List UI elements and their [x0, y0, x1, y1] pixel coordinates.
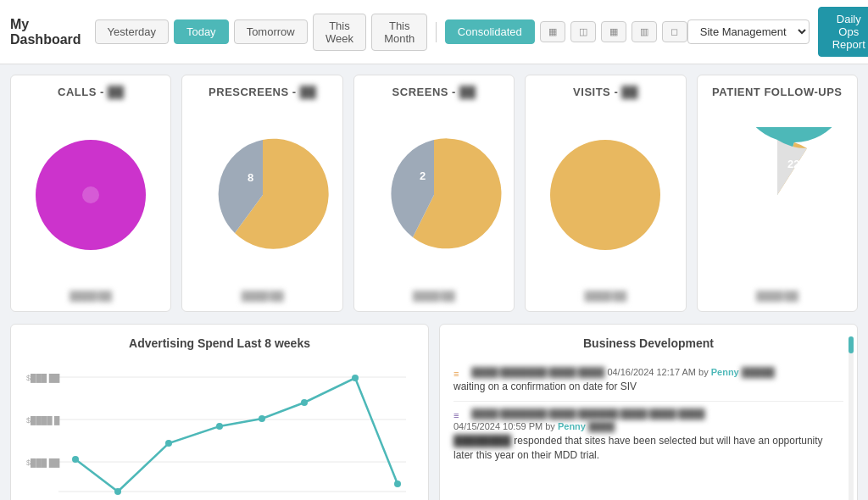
scrollbar[interactable]: [849, 336, 854, 500]
svg-point-20: [394, 481, 401, 487]
patient-followups-chart: 22: [708, 105, 847, 284]
svg-point-19: [352, 375, 359, 381]
daily-ops-button[interactable]: Daily Ops Report: [818, 7, 868, 57]
site-select[interactable]: Site Management: [687, 19, 810, 44]
calls-legend: ████ ██: [70, 291, 112, 301]
svg-point-17: [259, 415, 265, 422]
svg-text:$███ ██: $███ ██: [26, 373, 60, 383]
bd-item-1-user-suffix: █████: [742, 367, 775, 377]
icon-button-3[interactable]: ▦: [601, 21, 626, 42]
prescreens-card-title: PRESCREENS - ██: [209, 86, 316, 98]
advertising-panel: Advertising Spend Last 8 weeks $███ ██ $…: [10, 324, 429, 500]
bd-item-2-user: Penny: [558, 421, 586, 431]
bd-item-1-blurred-header: ████ ███████ ████ ████: [471, 367, 604, 377]
screens-card: SCREENS - ██ 2 ████ ██: [353, 75, 515, 312]
top-bar-left: My Dashboard Yesterday Today Tomorrow Th…: [10, 14, 687, 51]
svg-point-16: [216, 423, 223, 430]
screens-legend: ████ ██: [413, 291, 455, 301]
scroll-track: [849, 336, 854, 500]
svg-text:22: 22: [787, 158, 799, 170]
bd-item-1-user: Penny: [711, 367, 739, 377]
patient-followups-card: Patient Follow-ups 22 ████ ██: [697, 75, 858, 312]
screens-count-blurred: ██: [459, 86, 476, 98]
page-title: My Dashboard: [10, 17, 81, 47]
bd-item-2-blurred-header: ████ ███████ ████ ██████ ████ ████ ████: [471, 408, 705, 419]
today-button[interactable]: Today: [174, 19, 229, 44]
icon-button-1[interactable]: ▦: [540, 21, 565, 42]
icon-button-2[interactable]: ◫: [570, 21, 596, 42]
patient-followups-title: Patient Follow-ups: [712, 86, 842, 98]
visits-card: VISITS - ██ ████ ██: [525, 75, 686, 312]
patient-followups-legend: ████ ██: [756, 291, 798, 301]
screens-chart: 2: [364, 105, 504, 284]
visits-count-blurred: ██: [621, 86, 637, 98]
bd-item-2-meta: ≡ ████ ███████ ████ ██████ ████ ████ ███…: [453, 408, 832, 419]
bd-item-1-date: 04/16/2024 12:17 AM by: [607, 367, 710, 377]
calls-card-title: CALLS - ██: [58, 86, 124, 98]
svg-point-13: [72, 456, 79, 463]
bd-item-1-text: waiting on a confirmation on date for SI…: [453, 380, 832, 394]
prescreens-legend: ████ ██: [242, 291, 284, 301]
visits-chart: [536, 105, 675, 284]
calls-count-blurred: ██: [108, 86, 124, 98]
line-chart: $███ ██ $████ █ $███ ██: [25, 360, 415, 500]
calls-chart: [21, 105, 160, 284]
prescreens-chart: 8: [192, 105, 331, 284]
bd-icon-orange-1: ≡: [453, 369, 465, 377]
bd-item-1-meta: ≡ ████ ███████ ████ ████ 04/16/2024 12:1…: [453, 367, 832, 377]
svg-text:$████ █: $████ █: [26, 415, 60, 425]
advertising-title: Advertising Spend Last 8 weeks: [25, 336, 415, 350]
scroll-thumb[interactable]: [849, 336, 854, 353]
visits-card-title: VISITS - ██: [573, 86, 638, 98]
bd-icon-purple-2: ≡: [453, 410, 465, 419]
icon-button-4[interactable]: ▥: [632, 21, 657, 42]
bd-item-2-user-suffix: ████: [588, 421, 615, 431]
this-month-button[interactable]: This Month: [371, 14, 427, 51]
this-week-button[interactable]: This Week: [313, 14, 366, 51]
top-right: Site Management Daily Ops Report: [687, 7, 868, 57]
yesterday-button[interactable]: Yesterday: [95, 19, 169, 44]
svg-point-1: [82, 186, 99, 203]
cards-row: CALLS - ██ ████ ██ PRESCREENS - ██: [10, 75, 858, 312]
svg-point-18: [301, 399, 308, 406]
visits-legend: ████ ██: [585, 291, 627, 301]
bd-item-2: ≡ ████ ███████ ████ ██████ ████ ████ ███…: [453, 402, 843, 469]
bd-item-2-date: 04/15/2024 10:59 PM by: [453, 421, 558, 431]
bottom-row: Advertising Spend Last 8 weeks $███ ██ $…: [10, 324, 858, 500]
prescreens-count-blurred: ██: [300, 86, 316, 98]
bd-item-2-date-line: 04/15/2024 10:59 PM by Penny ████: [453, 421, 832, 431]
toolbar-divider: [436, 22, 437, 42]
svg-text:8: 8: [248, 171, 253, 184]
main-content: CALLS - ██ ████ ██ PRESCREENS - ██: [0, 64, 868, 500]
calls-card: CALLS - ██ ████ ██: [10, 75, 171, 312]
icon-button-5[interactable]: ◻: [662, 21, 687, 42]
svg-text:$███ ██: $███ ██: [26, 458, 60, 468]
top-bar: My Dashboard Yesterday Today Tomorrow Th…: [0, 0, 868, 64]
consolidated-button[interactable]: Consolidated: [445, 19, 535, 44]
bd-item-2-site: ████████: [453, 434, 511, 448]
bd-item-2-text: ████████ responded that sites have been …: [453, 434, 832, 463]
screens-card-title: SCREENS - ██: [392, 86, 476, 98]
prescreens-card: PRESCREENS - ██ 8 ████ ██: [181, 75, 342, 312]
svg-point-15: [165, 440, 172, 447]
svg-point-14: [114, 488, 121, 495]
svg-point-4: [550, 140, 660, 250]
tomorrow-button[interactable]: Tomorrow: [234, 19, 308, 44]
business-development-panel: Business Development ≡ ████ ███████ ████…: [439, 324, 858, 500]
bd-item-1: ≡ ████ ███████ ████ ████ 04/16/2024 12:1…: [453, 360, 843, 402]
business-development-title: Business Development: [453, 336, 843, 350]
svg-text:2: 2: [420, 169, 426, 182]
